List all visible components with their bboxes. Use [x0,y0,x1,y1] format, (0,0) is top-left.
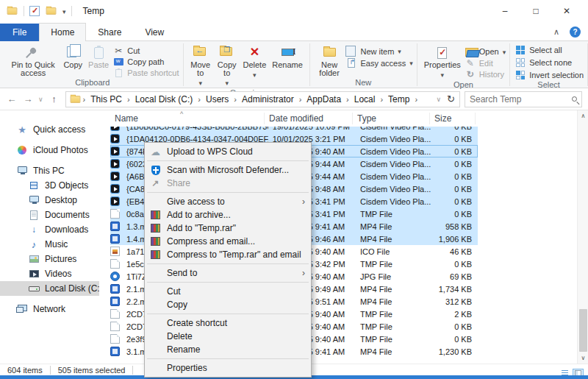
easy-access-button[interactable]: Easy access [346,58,412,68]
select-all-icon [516,46,525,54]
menu-separator [147,314,309,314]
menu-item-compress-and-email[interactable]: Compress and email... [146,235,310,248]
copy-to-button[interactable]: Copy to [214,43,240,88]
scroll-up-icon[interactable]: ∧ [578,110,588,121]
menu-item-upload-wps-cloud[interactable]: Upload to WPS Cloud [146,145,310,158]
sidebar-item-downloads[interactable]: Downloads [0,222,99,237]
menu-item-scan-defender[interactable]: Scan with Microsoft Defender... [146,163,310,177]
breadcrumb-appdata[interactable]: AppData [303,94,345,105]
sidebar-item-3d-objects[interactable]: 3D Objects [0,178,99,193]
sidebar-item-documents[interactable]: Documents [0,208,99,222]
copy-path-label: Copy path [127,57,164,66]
defender-shield-icon [151,166,160,175]
menu-item-rename[interactable]: Rename [146,343,310,356]
breadcrumb-administrator[interactable]: Administrator [238,94,298,105]
menu-item-add-to-temp-rar[interactable]: Add to "Temp.rar" [146,222,310,235]
edit-button[interactable]: Edit [465,59,506,68]
up-button[interactable]: ↑ [48,93,61,105]
file-row[interactable]: {1B0B0BC0-0179-43SB-B0B0-2BBB7300C...19/… [110,127,478,132]
sidebar-item-this-pc[interactable]: This PC [0,163,99,178]
close-button[interactable]: ✕ [551,1,582,21]
paste-icon [94,47,104,59]
customize-toolbar-chevron-icon[interactable] [62,6,66,16]
menu-item-delete[interactable]: Delete [146,330,310,343]
breadcrumb[interactable]: › This PC › Local Disk (C:) › Users › Ad… [65,91,460,107]
maximize-button[interactable]: □ [520,1,551,21]
search-box[interactable] [465,91,582,107]
column-header-date-modified[interactable]: Date modified [265,113,353,124]
breadcrumb-local[interactable]: Local [351,94,379,105]
new-group: New folder New item Easy access New [310,42,417,88]
breadcrumb-temp[interactable]: Temp [384,94,413,105]
collapse-ribbon-icon[interactable]: ∧ [553,27,559,37]
cut-button[interactable]: Cut [113,46,179,55]
submenu-arrow-icon: › [302,268,305,278]
pin-to-quick-access-button[interactable]: Pin to Quick access [6,43,60,78]
properties-button[interactable]: Properties [421,43,464,80]
tab-view[interactable]: View [133,23,176,41]
menu-item-properties[interactable]: Properties [146,361,310,375]
picture-icon [29,255,39,263]
forward-button[interactable]: → [22,93,34,105]
menu-item-send-to[interactable]: Send to› [146,266,310,280]
menu-item-compress-to-temp-rar-and-email[interactable]: Compress to "Temp.rar" and email [146,248,310,261]
refresh-icon[interactable]: ↻ [447,93,455,105]
back-button[interactable]: ← [6,93,18,105]
sidebar-item-desktop[interactable]: Desktop [0,193,99,208]
breadcrumb-this-pc[interactable]: This PC [87,94,126,105]
open-button[interactable]: Open [465,46,506,57]
copy-path-button[interactable]: Copy path [113,57,179,66]
history-button[interactable]: History [465,70,506,79]
paste-button[interactable]: Paste [85,43,112,70]
sidebar-item-local-disk-c[interactable]: Local Disk (C:) [0,281,99,296]
tab-home[interactable]: Home [39,23,86,41]
copy-button[interactable]: Copy [60,43,85,70]
download-icon [28,224,40,235]
column-header-size[interactable]: Size [430,113,476,124]
scroll-down-icon[interactable]: ∨ [578,353,588,364]
minimize-button[interactable]: – [490,1,520,21]
tab-file[interactable]: File [0,24,39,41]
open-icon [465,46,476,57]
help-icon[interactable]: ? [570,26,581,38]
select-none-button[interactable]: Select none [515,57,584,68]
column-header-name[interactable]: ^Name [110,113,265,124]
tab-share[interactable]: Share [86,23,133,41]
menu-item-create-shortcut[interactable]: Create shortcut [146,316,310,330]
invert-selection-button[interactable]: Invert selection [515,70,584,80]
breadcrumb-local-disk[interactable]: Local Disk (C:) [132,94,197,105]
recent-locations-chevron-icon[interactable]: ∨ [38,96,43,103]
file-size: 46 KB [432,247,478,256]
rename-button[interactable]: Rename [269,43,306,70]
file-name: {1B0B0BC0-0179-43SB-B0B0-2BBB7300C... [124,127,268,131]
move-to-button[interactable]: Move to [187,43,213,88]
sidebar-item-network[interactable]: Network [0,302,99,316]
menu-item-cut[interactable]: Cut [146,285,310,298]
paste-shortcut-button[interactable]: Paste shortcut [113,68,179,77]
select-all-button[interactable]: Select all [515,45,584,55]
column-header-type[interactable]: Type [353,113,430,124]
vertical-scrollbar[interactable]: ∧ ∨ [577,110,588,364]
sidebar-item-quick-access[interactable]: Quick access [0,122,99,137]
quick-access-newfolder-icon[interactable] [46,7,57,15]
winrar-icon [151,250,160,259]
address-dropdown-icon[interactable]: ∨ [437,96,442,103]
quick-access-properties-icon[interactable] [29,6,40,16]
delete-button[interactable]: Delete [240,43,269,80]
sidebar-item-pictures[interactable]: Pictures [0,252,99,266]
new-folder-button[interactable]: New folder [314,43,345,78]
menu-item-give-access-to[interactable]: Give access to› [146,195,310,208]
menu-item-copy[interactable]: Copy [146,298,310,311]
select-group: Select all Select none Invert selection … [510,42,587,88]
sidebar-item-icloud-photos[interactable]: iCloud Photos [0,143,99,157]
scrollbar-thumb[interactable] [579,309,587,352]
breadcrumb-users[interactable]: Users [202,94,232,105]
new-item-button[interactable]: New item [346,46,412,56]
sidebar-item-music[interactable]: Music [0,237,99,252]
menu-item-add-to-archive[interactable]: Add to archive... [146,208,310,222]
dropdown-icon [503,47,506,57]
dropdown-icon [198,79,202,88]
menu-item-share[interactable]: Share [146,177,310,190]
search-input[interactable] [470,94,569,105]
sidebar-item-videos[interactable]: Videos [0,266,99,281]
